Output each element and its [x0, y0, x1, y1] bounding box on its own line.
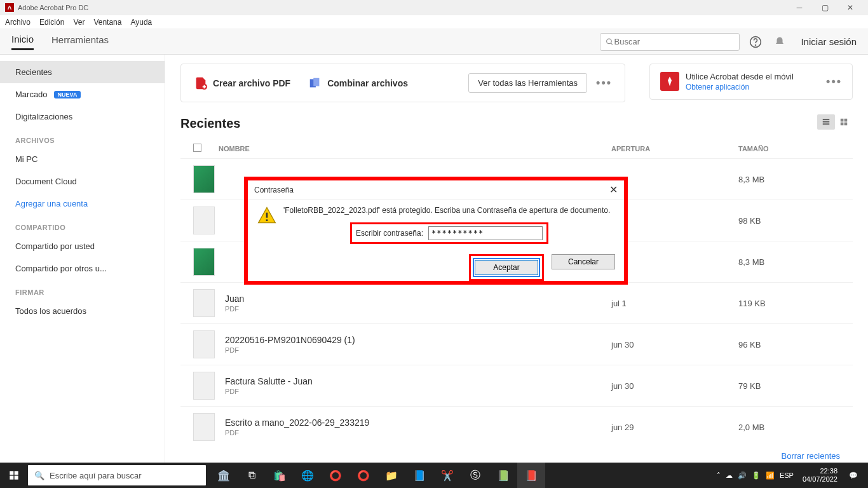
tray-chevron-icon[interactable]: ˄ [717, 471, 721, 480]
sidebar-item-doccloud[interactable]: Document Cloud [0, 170, 165, 193]
menu-file[interactable]: Archivo [5, 18, 31, 27]
file-type: PDF [225, 388, 611, 395]
menu-bar: Archivo Edición Ver Ventana Ayuda [0, 15, 868, 29]
toolbar-card: Crear archivo PDF Combinar archivos Ver … [180, 64, 625, 102]
menu-edit[interactable]: Edición [39, 18, 64, 27]
tray-volume-icon[interactable]: 🔊 [738, 471, 747, 480]
taskbar-acrobat-icon[interactable]: 📕 [517, 463, 545, 488]
taskbar-search-icon: 🔍 [34, 471, 44, 480]
tray-time: 22:38 [803, 467, 837, 475]
cancel-button[interactable]: Cancelar [552, 254, 615, 269]
col-name[interactable]: NOMBRE [219, 145, 611, 152]
file-thumbnail [193, 165, 215, 193]
help-icon[interactable] [747, 34, 764, 50]
menu-window[interactable]: Ventana [93, 18, 121, 27]
promo-card: Utilice Acrobat desde el móvil Obtener a… [649, 64, 853, 100]
tray-onedrive-icon[interactable]: ☁ [726, 471, 733, 480]
menu-help[interactable]: Ayuda [130, 18, 152, 27]
file-opened: jul 1 [611, 299, 738, 308]
file-opened: jun 30 [611, 381, 738, 391]
search-box[interactable] [600, 33, 740, 51]
taskbar-store-icon[interactable]: 🛍️ [266, 463, 294, 488]
start-button[interactable] [0, 463, 28, 488]
window-titlebar: A Adobe Acrobat Pro DC ─ ▢ ✕ [0, 0, 868, 15]
sidebar-item-recent[interactable]: Recientes [0, 61, 165, 83]
file-size: 98 KB [738, 216, 840, 226]
list-view-button[interactable] [817, 114, 835, 130]
search-input[interactable] [614, 37, 735, 46]
taskbar-excel-icon[interactable]: 📗 [489, 463, 517, 488]
svg-rect-14 [266, 213, 268, 218]
taskbar-chrome-canary-icon[interactable]: ⭕ [349, 463, 377, 488]
file-thumbnail [193, 207, 215, 234]
taskbar-chrome-icon[interactable]: ⭕ [322, 463, 349, 488]
table-row[interactable]: Escrito a mano_2022-06-29_233219PDFjun 2… [180, 406, 853, 447]
sidebar-item-mypc[interactable]: Mi PC [0, 148, 165, 170]
table-row[interactable]: JuanPDFjul 1119 KB [180, 282, 853, 323]
file-size: 119 KB [738, 299, 840, 308]
create-pdf-button[interactable]: Crear archivo PDF [194, 76, 290, 90]
tray-clock[interactable]: 22:38 04/07/2022 [803, 467, 837, 484]
combine-files-button[interactable]: Combinar archivos [308, 76, 408, 90]
file-type: PDF [225, 429, 611, 437]
svg-rect-6 [313, 78, 319, 86]
maximize-button[interactable]: ▢ [812, 0, 837, 15]
section-title: Recientes [180, 116, 853, 131]
tab-home[interactable]: Inicio [11, 34, 34, 50]
svg-line-1 [611, 43, 613, 44]
password-label: Escribir contraseña: [356, 229, 423, 238]
accept-button-highlight: Aceptar [469, 254, 544, 281]
tray-wifi-icon[interactable]: 📶 [766, 471, 775, 480]
tray-battery-icon[interactable]: 🔋 [752, 471, 761, 480]
svg-rect-9 [823, 123, 830, 125]
promo-more-icon[interactable]: ••• [826, 75, 842, 88]
more-tools-icon[interactable]: ••• [596, 76, 612, 90]
accept-button[interactable]: Aceptar [475, 260, 538, 275]
taskbar-word-icon[interactable]: 📘 [405, 463, 433, 488]
taskbar-snip-icon[interactable]: ✂️ [433, 463, 461, 488]
sidebar-item-marked[interactable]: Marcado NUEVA [0, 83, 165, 105]
promo-link[interactable]: Obtener aplicación [686, 83, 794, 92]
password-dialog: Contraseña ✕ 'FolletoRBB_2022_2023.pdf' … [244, 177, 628, 285]
sidebar-item-sharedbyyou[interactable]: Compartido por usted [0, 235, 165, 257]
clear-recents-link[interactable]: Borrar recientes [180, 447, 853, 463]
file-name: Escrito a mano_2022-06-29_233219 [225, 417, 611, 428]
sidebar-item-addaccount[interactable]: Agregar una cuenta [0, 193, 165, 215]
sidebar-item-scans[interactable]: Digitalizaciones [0, 105, 165, 128]
close-button[interactable]: ✕ [837, 0, 863, 15]
taskbar-skype-icon[interactable]: Ⓢ [461, 463, 489, 488]
file-thumbnail [193, 248, 215, 276]
see-all-tools-button[interactable]: Ver todas las Herramientas [468, 73, 587, 93]
tray-notifications-icon[interactable]: 💬 [843, 463, 864, 488]
signin-button[interactable]: Iniciar sesión [801, 36, 857, 47]
taskbar-explorer-icon[interactable]: 📁 [377, 463, 405, 488]
tray-date: 04/07/2022 [803, 475, 837, 484]
svg-rect-11 [844, 119, 848, 122]
col-opened[interactable]: APERTURA [611, 145, 738, 152]
notifications-icon[interactable] [771, 34, 788, 50]
file-name: 20220516-PM9201N0690429 (1) [225, 335, 611, 345]
taskbar-edge-icon[interactable]: 🌐 [294, 463, 322, 488]
select-all-checkbox[interactable] [193, 144, 201, 152]
password-input[interactable] [428, 226, 543, 240]
menu-view[interactable]: Ver [73, 18, 85, 27]
svg-rect-13 [844, 123, 848, 126]
taskbar-search[interactable]: 🔍 Escribe aquí para buscar [28, 465, 206, 485]
svg-rect-8 [823, 121, 830, 123]
tray-language[interactable]: ESP [780, 471, 794, 479]
tab-tools[interactable]: Herramientas [51, 34, 109, 49]
sidebar-item-sharedbyothers[interactable]: Compartido por otros u... [0, 257, 165, 280]
dialog-close-button[interactable]: ✕ [609, 184, 618, 196]
tabs-bar: Inicio Herramientas Iniciar sesión [0, 29, 868, 55]
sidebar-item-agreements[interactable]: Todos los acuerdos [0, 300, 165, 322]
col-size[interactable]: TAMAÑO [738, 145, 840, 152]
table-row[interactable]: Factura Salutte - JuanPDFjun 3079 KB [180, 365, 853, 406]
grid-view-button[interactable] [835, 114, 853, 130]
minimize-button[interactable]: ─ [787, 0, 812, 15]
taskbar-taskview-icon[interactable]: ⧉ [238, 463, 266, 488]
svg-point-0 [607, 39, 612, 44]
table-row[interactable]: 20220516-PM9201N0690429 (1)PDFjun 3096 K… [180, 323, 853, 365]
table-header: NOMBRE APERTURA TAMAÑO [180, 136, 853, 158]
file-size: 8,3 MB [738, 175, 840, 184]
taskbar-news-icon[interactable]: 🏛️ [210, 463, 238, 488]
